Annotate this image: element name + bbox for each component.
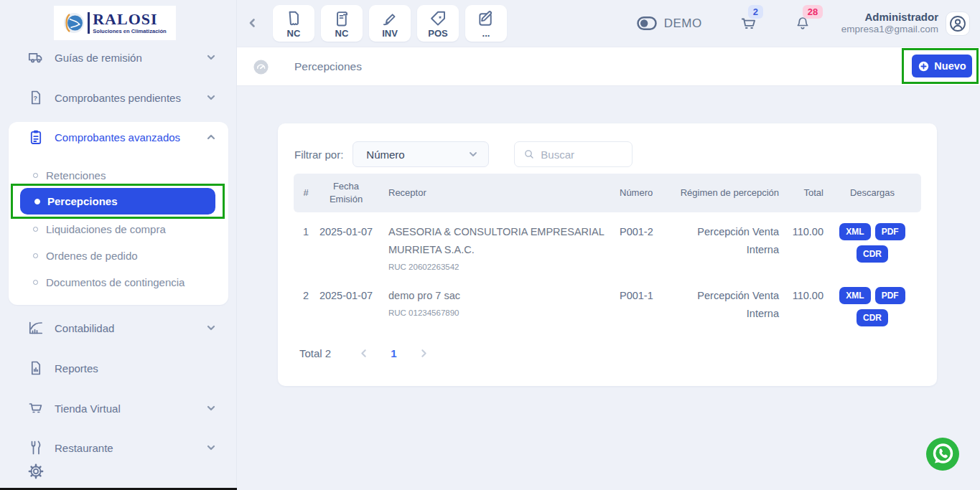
- col-header-numero: Número: [615, 187, 664, 199]
- col-header-regimen: Régimen de percepción: [664, 187, 779, 199]
- subitem-label: Ordenes de pedido: [46, 250, 138, 262]
- toggle-icon: [636, 14, 658, 32]
- cell-receptor: ASESORIA & CONSULTORIA EMPRESARIAL MURRI…: [374, 223, 615, 273]
- cell-descargas: XML PDF CDR: [823, 287, 921, 326]
- topbar: NC NC INV POS: [237, 0, 980, 47]
- sidebar-item-label: Restaurante: [55, 442, 113, 454]
- bullet-icon: [33, 173, 38, 178]
- sidebar-item-comprobantes-pendientes[interactable]: ? Comprobantes pendientes: [27, 88, 223, 107]
- col-header-descargas: Descargas: [823, 187, 921, 199]
- brand-name: RALOSI: [93, 11, 167, 27]
- pagination: Total 2 1: [299, 347, 429, 359]
- sidebar-subitem-retenciones[interactable]: Retenciones: [33, 166, 215, 184]
- receptor-ruc: RUC 20602263542: [388, 262, 605, 273]
- cell-regimen: Percepción Venta Interna: [664, 287, 779, 326]
- table-row: 1 2025-01-07 ASESORIA & CONSULTORIA EMPR…: [294, 212, 921, 278]
- col-header-total: Total: [779, 187, 823, 199]
- notifications-button[interactable]: 28: [794, 14, 811, 33]
- globe-logo-icon: [63, 12, 85, 34]
- cell-index: 1: [294, 223, 318, 273]
- cell-numero: P001-1: [615, 287, 664, 326]
- truck-icon: [27, 49, 45, 66]
- quick-action-more[interactable]: ...: [465, 5, 507, 42]
- nuevo-button[interactable]: Nuevo: [912, 55, 972, 77]
- brand-logo[interactable]: RALOSI Soluciones en Climatización: [54, 6, 176, 40]
- receptor-ruc: RUC 01234567890: [388, 308, 605, 319]
- sidebar: RALOSI Soluciones en Climatización Guías…: [0, 0, 237, 490]
- quick-actions: NC NC INV POS: [273, 5, 507, 42]
- user-email: empresa1@gmail.com: [841, 24, 938, 36]
- percepciones-card: Filtrar por: Número # Fecha Emisión Rece…: [278, 123, 937, 386]
- sidebar-item-reportes[interactable]: Reportes: [27, 359, 223, 377]
- download-pdf-button[interactable]: PDF: [875, 223, 905, 240]
- quick-action-inv[interactable]: INV: [369, 5, 411, 42]
- avatar[interactable]: [946, 11, 970, 36]
- demo-toggle[interactable]: DEMO: [636, 14, 702, 32]
- quick-action-label: ...: [482, 29, 490, 38]
- sidebar-subitem-percepciones[interactable]: Percepciones: [20, 188, 215, 215]
- whatsapp-button[interactable]: [926, 438, 959, 471]
- pagination-page-1[interactable]: 1: [391, 347, 396, 359]
- quick-action-label: INV: [382, 29, 398, 38]
- table-header-row: # Fecha Emisión Receptor Número Régimen …: [294, 174, 921, 212]
- cell-total: 110.00: [779, 287, 823, 326]
- cell-fecha: 2025-01-07: [318, 287, 374, 326]
- col-header-fecha: Fecha Emisión: [318, 180, 374, 205]
- sidebar-subitem-ordenes-pedido[interactable]: Ordenes de pedido: [33, 247, 215, 264]
- search-input[interactable]: [541, 149, 623, 161]
- sidebar-item-label: Contabilidad: [55, 322, 114, 334]
- collapse-sidebar-chevron[interactable]: [246, 16, 258, 33]
- sidebar-item-label: Comprobantes pendientes: [55, 92, 181, 104]
- bullet-icon: [34, 199, 40, 204]
- bullet-icon: [33, 253, 38, 258]
- cart-button[interactable]: 2: [739, 14, 758, 33]
- page-title: Percepciones: [294, 60, 362, 73]
- filter-row: Filtrar por: Número: [294, 141, 633, 167]
- sidebar-item-contabilidad[interactable]: Contabilidad: [27, 319, 223, 337]
- sidebar-item-restaurante[interactable]: Restaurante: [27, 438, 223, 457]
- plus-circle-icon: [918, 60, 930, 72]
- quick-action-label: NC: [287, 29, 301, 38]
- logo-divider: [88, 12, 90, 34]
- tag-star-icon: [429, 9, 447, 28]
- sidebar-item-label: Comprobantes avanzados: [55, 131, 180, 143]
- nuevo-button-label: Nuevo: [934, 60, 966, 72]
- filter-select[interactable]: Número: [353, 141, 489, 167]
- pagination-next-chevron[interactable]: [419, 348, 429, 359]
- gear-icon: [27, 463, 45, 480]
- bar-chart-icon: [27, 319, 45, 336]
- sidebar-subitem-liquidaciones[interactable]: Liquidaciones de compra: [33, 220, 215, 237]
- sidebar-item-configuracion[interactable]: [27, 462, 223, 481]
- chevron-down-icon: [206, 52, 216, 62]
- main-area: NC NC INV POS: [237, 0, 980, 490]
- quick-action-pos[interactable]: POS: [417, 5, 459, 42]
- sidebar-item-tienda-virtual[interactable]: Tienda Virtual: [27, 399, 223, 418]
- download-cdr-button[interactable]: CDR: [857, 245, 888, 263]
- cell-fecha: 2025-01-07: [318, 223, 374, 273]
- download-xml-button[interactable]: XML: [839, 223, 870, 240]
- pagination-prev-chevron[interactable]: [358, 348, 369, 359]
- cell-regimen: Percepción Venta Interna: [664, 223, 779, 273]
- chevron-down-icon: [206, 93, 216, 103]
- cell-index: 2: [294, 287, 318, 326]
- sidebar-item-comprobantes-avanzados[interactable]: Comprobantes avanzados: [27, 128, 223, 146]
- quick-action-label: NC: [335, 29, 349, 38]
- download-pdf-button[interactable]: PDF: [875, 287, 905, 304]
- quick-action-nc-scroll[interactable]: NC: [321, 5, 363, 42]
- cart-badge: 2: [748, 5, 763, 19]
- user-name: Administrador: [841, 11, 938, 24]
- quick-action-nc-note[interactable]: NC: [273, 5, 314, 42]
- download-cdr-button[interactable]: CDR: [857, 309, 888, 326]
- sidebar-item-label: Guías de remisión: [55, 52, 142, 64]
- pagination-total: Total 2: [299, 347, 331, 359]
- subitem-label: Percepciones: [47, 195, 118, 207]
- pen-icon: [381, 9, 399, 28]
- sidebar-item-guias-de-remision[interactable]: Guías de remisión: [27, 48, 223, 67]
- table-row: 2 2025-01-07 demo pro 7 sac RUC 01234567…: [294, 278, 921, 334]
- sidebar-subitem-documentos-contingencia[interactable]: Documentos de contingencia: [33, 273, 215, 291]
- gauge-icon: [253, 59, 269, 78]
- download-xml-button[interactable]: XML: [839, 287, 870, 304]
- cell-receptor: demo pro 7 sac RUC 01234567890: [374, 287, 615, 326]
- note-document-icon: [284, 9, 303, 28]
- user-avatar-icon: [948, 14, 967, 33]
